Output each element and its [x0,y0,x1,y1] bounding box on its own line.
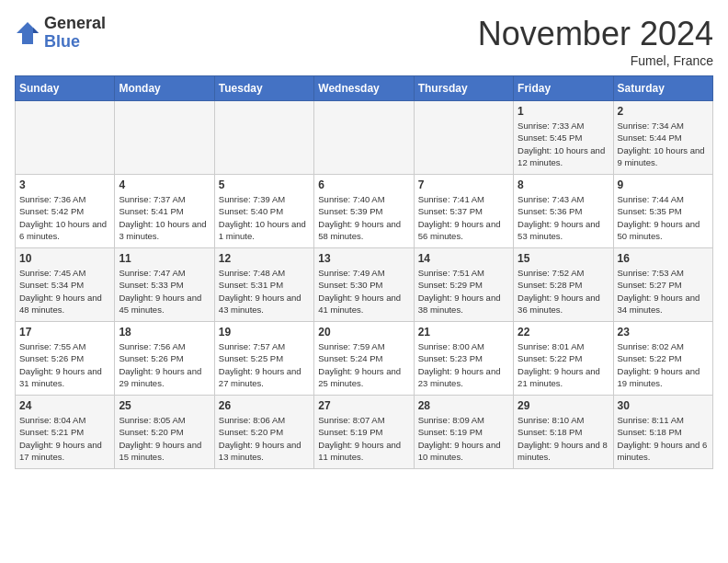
page-header: General Blue November 2024 Fumel, France [15,15,713,68]
calendar-day-cell [214,101,313,175]
calendar-day-cell: 20Sunrise: 7:59 AM Sunset: 5:24 PM Dayli… [314,322,414,396]
calendar-day-cell: 6Sunrise: 7:40 AM Sunset: 5:39 PM Daylig… [314,175,414,248]
logo-icon [15,20,40,46]
day-info: Sunrise: 7:36 AM Sunset: 5:42 PM Dayligh… [19,193,110,242]
day-number: 27 [318,399,409,412]
calendar-week-row: 10Sunrise: 7:45 AM Sunset: 5:34 PM Dayli… [16,248,713,322]
day-of-week-header: Friday [514,76,613,101]
day-number: 12 [219,252,310,265]
calendar-day-cell: 21Sunrise: 8:00 AM Sunset: 5:23 PM Dayli… [414,322,513,396]
day-info: Sunrise: 7:41 AM Sunset: 5:37 PM Dayligh… [418,193,509,242]
day-info: Sunrise: 8:06 AM Sunset: 5:20 PM Dayligh… [219,414,310,463]
day-number: 26 [219,399,310,412]
calendar-day-cell: 7Sunrise: 7:41 AM Sunset: 5:37 PM Daylig… [414,175,513,248]
day-info: Sunrise: 7:47 AM Sunset: 5:33 PM Dayligh… [119,267,210,316]
day-number: 9 [618,178,709,191]
calendar-day-cell: 12Sunrise: 7:48 AM Sunset: 5:31 PM Dayli… [214,248,313,322]
day-number: 11 [119,252,210,265]
calendar-day-cell: 14Sunrise: 7:51 AM Sunset: 5:29 PM Dayli… [414,248,513,322]
calendar-day-cell: 3Sunrise: 7:36 AM Sunset: 5:42 PM Daylig… [16,175,115,248]
calendar-day-cell: 8Sunrise: 7:43 AM Sunset: 5:36 PM Daylig… [514,175,613,248]
calendar-day-cell [16,101,115,175]
logo-blue-text: Blue [44,33,106,52]
day-number: 13 [318,252,409,265]
day-number: 30 [618,399,709,412]
day-info: Sunrise: 8:00 AM Sunset: 5:23 PM Dayligh… [418,340,509,389]
day-number: 2 [618,105,709,118]
day-number: 19 [219,326,310,339]
day-info: Sunrise: 7:57 AM Sunset: 5:25 PM Dayligh… [219,340,310,389]
day-number: 10 [19,252,110,265]
day-number: 7 [418,178,509,191]
day-number: 6 [318,178,409,191]
day-number: 25 [119,399,210,412]
calendar-day-cell: 29Sunrise: 8:10 AM Sunset: 5:18 PM Dayli… [514,396,613,469]
day-of-week-header: Monday [115,76,214,101]
day-number: 4 [119,178,210,191]
calendar-day-cell: 9Sunrise: 7:44 AM Sunset: 5:35 PM Daylig… [613,175,712,248]
calendar-day-cell: 26Sunrise: 8:06 AM Sunset: 5:20 PM Dayli… [214,396,313,469]
logo: General Blue [15,15,106,52]
calendar-day-cell: 1Sunrise: 7:33 AM Sunset: 5:45 PM Daylig… [514,101,613,175]
day-of-week-header: Sunday [16,76,115,101]
calendar-day-cell: 19Sunrise: 7:57 AM Sunset: 5:25 PM Dayli… [214,322,313,396]
calendar-day-cell: 24Sunrise: 8:04 AM Sunset: 5:21 PM Dayli… [16,396,115,469]
svg-marker-1 [33,28,39,33]
day-number: 29 [518,399,609,412]
day-of-week-header: Tuesday [214,76,313,101]
day-info: Sunrise: 7:37 AM Sunset: 5:41 PM Dayligh… [119,193,210,242]
day-number: 21 [418,326,509,339]
day-info: Sunrise: 7:49 AM Sunset: 5:30 PM Dayligh… [318,267,409,316]
calendar-day-cell: 13Sunrise: 7:49 AM Sunset: 5:30 PM Dayli… [314,248,414,322]
calendar-day-cell [115,101,214,175]
day-info: Sunrise: 7:48 AM Sunset: 5:31 PM Dayligh… [219,267,310,316]
calendar-day-cell: 18Sunrise: 7:56 AM Sunset: 5:26 PM Dayli… [115,322,214,396]
calendar-table: SundayMondayTuesdayWednesdayThursdayFrid… [15,75,713,469]
day-info: Sunrise: 8:02 AM Sunset: 5:22 PM Dayligh… [618,340,709,389]
calendar-day-cell: 27Sunrise: 8:07 AM Sunset: 5:19 PM Dayli… [314,396,414,469]
day-number: 14 [418,252,509,265]
day-info: Sunrise: 8:04 AM Sunset: 5:21 PM Dayligh… [19,414,110,463]
day-number: 24 [19,399,110,412]
day-number: 5 [219,178,310,191]
day-info: Sunrise: 7:39 AM Sunset: 5:40 PM Dayligh… [219,193,310,242]
day-of-week-header: Saturday [613,76,712,101]
calendar-day-cell: 15Sunrise: 7:52 AM Sunset: 5:28 PM Dayli… [514,248,613,322]
calendar-day-cell: 10Sunrise: 7:45 AM Sunset: 5:34 PM Dayli… [16,248,115,322]
title-block: November 2024 Fumel, France [478,15,713,68]
day-info: Sunrise: 8:10 AM Sunset: 5:18 PM Dayligh… [518,414,609,463]
day-info: Sunrise: 8:11 AM Sunset: 5:18 PM Dayligh… [618,414,709,463]
day-info: Sunrise: 7:43 AM Sunset: 5:36 PM Dayligh… [518,193,609,242]
calendar-week-row: 1Sunrise: 7:33 AM Sunset: 5:45 PM Daylig… [16,101,713,175]
logo-text: General Blue [44,15,106,52]
logo-general-text: General [44,15,106,33]
day-info: Sunrise: 7:34 AM Sunset: 5:44 PM Dayligh… [618,120,709,168]
day-number: 20 [318,326,409,339]
calendar-day-cell: 23Sunrise: 8:02 AM Sunset: 5:22 PM Dayli… [613,322,712,396]
day-number: 17 [19,326,110,339]
month-title: November 2024 [478,15,713,53]
day-info: Sunrise: 7:52 AM Sunset: 5:28 PM Dayligh… [518,267,609,316]
calendar-week-row: 24Sunrise: 8:04 AM Sunset: 5:21 PM Dayli… [16,396,713,469]
day-info: Sunrise: 8:05 AM Sunset: 5:20 PM Dayligh… [119,414,210,463]
calendar-day-cell: 22Sunrise: 8:01 AM Sunset: 5:22 PM Dayli… [514,322,613,396]
day-info: Sunrise: 7:45 AM Sunset: 5:34 PM Dayligh… [19,267,110,316]
calendar-day-cell: 5Sunrise: 7:39 AM Sunset: 5:40 PM Daylig… [214,175,313,248]
calendar-day-cell: 25Sunrise: 8:05 AM Sunset: 5:20 PM Dayli… [115,396,214,469]
day-info: Sunrise: 7:56 AM Sunset: 5:26 PM Dayligh… [119,340,210,389]
calendar-week-row: 17Sunrise: 7:55 AM Sunset: 5:26 PM Dayli… [16,322,713,396]
day-info: Sunrise: 7:55 AM Sunset: 5:26 PM Dayligh… [19,340,110,389]
calendar-day-cell [414,101,513,175]
day-info: Sunrise: 8:01 AM Sunset: 5:22 PM Dayligh… [518,340,609,389]
calendar-day-cell: 4Sunrise: 7:37 AM Sunset: 5:41 PM Daylig… [115,175,214,248]
day-number: 3 [19,178,110,191]
day-number: 18 [119,326,210,339]
day-number: 23 [618,326,709,339]
calendar-day-cell: 28Sunrise: 8:09 AM Sunset: 5:19 PM Dayli… [414,396,513,469]
day-info: Sunrise: 7:44 AM Sunset: 5:35 PM Dayligh… [618,193,709,242]
day-number: 8 [518,178,609,191]
calendar-day-cell [314,101,414,175]
day-info: Sunrise: 7:59 AM Sunset: 5:24 PM Dayligh… [318,340,409,389]
day-info: Sunrise: 8:07 AM Sunset: 5:19 PM Dayligh… [318,414,409,463]
calendar-day-cell: 30Sunrise: 8:11 AM Sunset: 5:18 PM Dayli… [613,396,712,469]
